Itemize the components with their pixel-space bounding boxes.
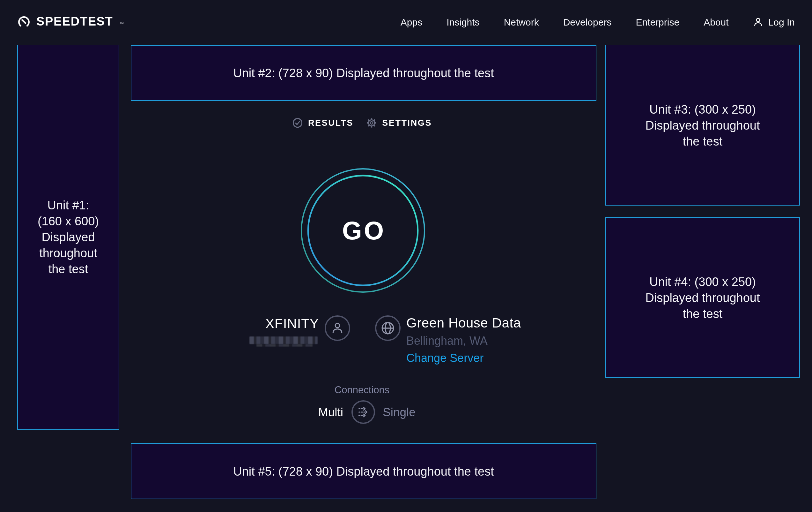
tab-results-label: RESULTS	[308, 118, 353, 128]
login-label: Log In	[768, 16, 795, 27]
ad-unit-2-text: Unit #2: (728 x 90) Displayed throughout…	[233, 65, 494, 81]
ad-unit-3-text: Unit #3: (300 x 250) Displayed throughou…	[645, 101, 760, 149]
connections-single-option[interactable]: Single	[383, 405, 415, 420]
check-circle-icon	[292, 117, 303, 128]
connections-label: Connections	[119, 384, 605, 396]
server-name: Green House Data	[406, 315, 521, 331]
ad-unit-1-skyscraper[interactable]: Unit #1: (160 x 600) Displayed throughou…	[17, 45, 119, 430]
ad-unit-5-leaderboard[interactable]: Unit #5: (728 x 90) Displayed throughout…	[131, 443, 597, 499]
person-icon	[330, 321, 344, 335]
nav-item-apps[interactable]: Apps	[401, 16, 422, 27]
obscured-ip-text	[250, 336, 318, 344]
main-nav: Apps Insights Network Developers Enterpr…	[401, 16, 795, 27]
logo-trademark: ™	[119, 21, 124, 26]
tab-bar: RESULTS SETTINGS	[119, 117, 605, 128]
multi-connection-arrows-icon	[356, 405, 371, 420]
nav-item-enterprise[interactable]: Enterprise	[636, 16, 679, 27]
change-server-link[interactable]: Change Server	[406, 352, 484, 365]
speedtest-page: SPEEDTEST ™ Apps Insights Network Develo…	[0, 0, 812, 512]
ad-unit-1-text: Unit #1: (160 x 600) Displayed throughou…	[38, 197, 99, 277]
isp-avatar	[325, 315, 350, 341]
gear-icon	[366, 117, 377, 128]
speedometer-icon	[17, 15, 31, 28]
tab-settings-label: SETTINGS	[382, 118, 432, 128]
globe-icon	[380, 321, 396, 336]
isp-name: XFINITY	[230, 316, 319, 331]
server-location: Bellingham, WA	[406, 334, 488, 348]
speedtest-logo[interactable]: SPEEDTEST ™	[17, 15, 124, 29]
ad-unit-4-rectangle[interactable]: Unit #4: (300 x 250) Displayed throughou…	[605, 217, 800, 378]
user-icon	[753, 16, 764, 27]
nav-item-network[interactable]: Network	[504, 16, 539, 27]
go-label: GO	[299, 167, 427, 294]
header: SPEEDTEST ™ Apps Insights Network Develo…	[0, 0, 812, 44]
ad-unit-4-text: Unit #4: (300 x 250) Displayed throughou…	[645, 274, 760, 321]
ad-unit-2-leaderboard[interactable]: Unit #2: (728 x 90) Displayed throughout…	[131, 45, 597, 101]
ad-unit-3-rectangle[interactable]: Unit #3: (300 x 250) Displayed throughou…	[605, 45, 800, 206]
logo-wordmark: SPEEDTEST	[36, 15, 113, 29]
nav-item-developers[interactable]: Developers	[563, 16, 612, 27]
server-badge	[375, 315, 401, 341]
tab-settings[interactable]: SETTINGS	[366, 117, 432, 128]
obscured-ip-text-fringe	[256, 344, 313, 347]
go-button[interactable]: GO	[299, 167, 427, 294]
connections-multi-option[interactable]: Multi	[280, 405, 343, 420]
tab-results[interactable]: RESULTS	[292, 117, 353, 128]
login-button[interactable]: Log In	[753, 16, 795, 27]
connections-toggle[interactable]	[351, 400, 375, 424]
nav-item-about[interactable]: About	[703, 16, 728, 27]
nav-item-insights[interactable]: Insights	[446, 16, 480, 27]
ad-unit-5-text: Unit #5: (728 x 90) Displayed throughout…	[233, 463, 494, 479]
